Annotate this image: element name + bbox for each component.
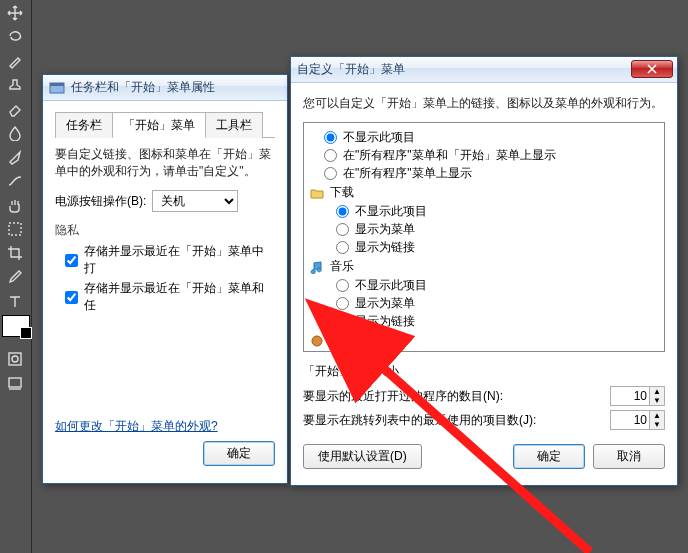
dialog1-ok-button[interactable]: 确定 [203,441,275,466]
svg-point-2 [12,356,18,362]
privacy-check2-label: 存储并显示最近在「开始」菜单和任 [84,280,275,314]
lasso-tool-icon[interactable] [0,26,30,48]
taskbar-properties-dialog: 任务栏和「开始」菜单属性 任务栏 「开始」菜单 工具栏 要自定义链接、图标和菜单… [42,74,288,484]
customize-hint: 要自定义链接、图标和菜单在「开始」菜单中的外观和行为，请单击"自定义"。 [55,146,275,180]
spin-up-icon[interactable]: ▲ [650,411,664,420]
app-toolbar [0,0,32,553]
path-tool-icon[interactable] [0,170,30,192]
dialog1-tabs: 任务栏 「开始」菜单 工具栏 [55,111,275,138]
privacy-check1[interactable] [65,254,78,267]
folder-icon [310,186,324,200]
pen-tool-icon[interactable] [0,146,30,168]
dialog2-title: 自定义「开始」菜单 [297,61,405,78]
jumplist-count-spin[interactable]: ▲▼ [610,410,665,430]
svg-rect-3 [9,378,21,387]
jumplist-count-label: 要显示在跳转列表中的最近使用的项目数(J): [303,412,536,429]
programs-count-input[interactable] [610,386,650,406]
size-section-head: 「开始」菜单大小 [303,363,665,380]
g0-opt0[interactable] [324,131,337,144]
programs-count-label: 要显示的最近打开过的程序的数目(N): [303,388,503,405]
hand-tool-icon[interactable] [0,194,30,216]
spin-up-icon[interactable]: ▲ [650,387,664,396]
tab-toolbars[interactable]: 工具栏 [205,112,263,138]
privacy-group: 隐私 存储并显示最近在「开始」菜单中打 存储并显示最近在「开始」菜单和任 [55,222,275,314]
crop-tool-icon[interactable] [0,242,30,264]
defaults-button[interactable]: 使用默认设置(D) [303,444,422,469]
window-icon [49,80,65,96]
music-opt1[interactable] [336,297,349,310]
downloads-opt0[interactable] [336,205,349,218]
eraser-tool-icon[interactable] [0,98,30,120]
dialog2-ok-button[interactable]: 确定 [513,444,585,469]
move-tool-icon[interactable] [0,2,30,24]
privacy-check1-label: 存储并显示最近在「开始」菜单中打 [84,243,275,277]
dialog2-cancel-button[interactable]: 取消 [593,444,665,469]
help-link[interactable]: 如何更改「开始」菜单的外观? [55,419,218,433]
programs-count-spin[interactable]: ▲▼ [610,386,665,406]
privacy-title: 隐私 [55,222,275,239]
close-icon [647,64,657,74]
dialog2-titlebar[interactable]: 自定义「开始」菜单 [291,57,677,83]
downloads-opt1[interactable] [336,223,349,236]
stamp-tool-icon[interactable] [0,74,30,96]
dialog2-desc: 您可以自定义「开始」菜单上的链接、图标以及菜单的外观和行为。 [303,95,665,112]
eyedropper-tool-icon[interactable] [0,266,30,288]
brush-tool-icon[interactable] [0,50,30,72]
music-icon [310,260,324,274]
dialog1-title: 任务栏和「开始」菜单属性 [71,79,215,96]
g0-opt1[interactable] [324,149,337,162]
games-icon [310,334,324,348]
marquee-tool-icon[interactable] [0,218,30,240]
svg-rect-0 [9,223,21,235]
music-label: 音乐 [330,258,354,275]
tab-start-menu[interactable]: 「开始」菜单 [112,112,206,138]
options-tree[interactable]: 不显示此项目 在"所有程序"菜单和「开始」菜单上显示 在"所有程序"菜单上显示 … [303,122,665,352]
svg-point-6 [312,336,322,346]
jumplist-count-input[interactable] [610,410,650,430]
blur-tool-icon[interactable] [0,122,30,144]
spin-down-icon[interactable]: ▼ [650,396,664,405]
g0-opt2[interactable] [324,167,337,180]
dialog1-titlebar[interactable]: 任务栏和「开始」菜单属性 [43,75,287,101]
downloads-label: 下载 [330,184,354,201]
screenmode-icon[interactable] [0,372,30,394]
power-button-select[interactable]: 关机 [152,190,238,212]
text-tool-icon[interactable] [0,290,30,312]
downloads-opt2[interactable] [336,241,349,254]
svg-rect-5 [50,83,64,86]
music-opt2[interactable] [336,315,349,328]
music-opt0[interactable] [336,279,349,292]
quickmask-icon[interactable] [0,348,30,370]
svg-rect-1 [9,353,21,365]
power-button-label: 电源按钮操作(B): [55,193,146,210]
swatches-icon[interactable] [0,314,30,336]
tab-taskbar[interactable]: 任务栏 [55,112,113,138]
spin-down-icon[interactable]: ▼ [650,420,664,429]
customize-start-menu-dialog: 自定义「开始」菜单 您可以自定义「开始」菜单上的链接、图标以及菜单的外观和行为。… [290,56,678,486]
close-button[interactable] [631,60,673,78]
privacy-check2[interactable] [65,291,78,304]
games-label: 游戏 [330,332,354,349]
